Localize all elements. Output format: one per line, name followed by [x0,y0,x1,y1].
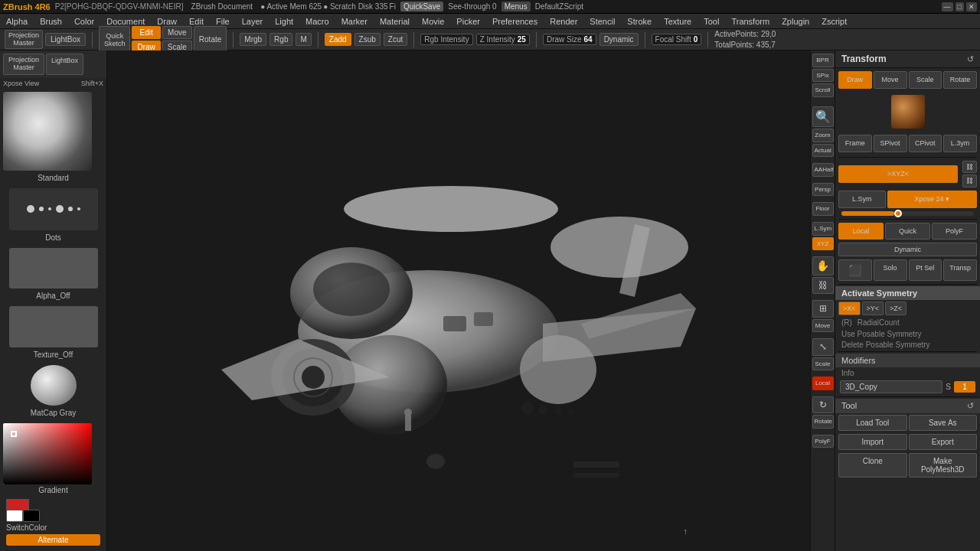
quick-sketch-button[interactable]: QuickSketch [99,26,131,54]
cpivot-btn[interactable]: CPivot [909,135,942,152]
lb-btn[interactable]: LightBox [46,54,83,75]
xpose-slider-container[interactable] [835,210,980,217]
local-toolbar-button[interactable]: Local [812,377,834,390]
spix-button[interactable]: SPix [812,69,834,83]
polyf-icon[interactable]: PolyF [812,435,834,448]
scale-icon[interactable]: ⤡ [812,338,834,355]
import-btn[interactable]: Import [838,434,907,450]
aaHalf-button[interactable]: AAHalf [812,163,834,177]
draw-size-box[interactable]: Draw Size 64 [543,34,596,45]
zsub-button[interactable]: Zsub [354,33,381,46]
zcut-button[interactable]: Zcut [384,33,407,46]
canvas-area[interactable]: ↑ [107,51,810,551]
zoom-label[interactable]: Zoom [812,129,834,142]
bpr-button[interactable]: BPR [812,54,834,67]
modifiers-header[interactable]: Modifiers [835,354,980,367]
menu-transform[interactable]: Transform [728,15,773,28]
mrgb-button[interactable]: Mrgb [240,33,266,46]
menu-marker[interactable]: Marker [338,15,371,28]
color-gradient-box[interactable] [3,423,92,484]
xyz-btn[interactable]: >XYZ< [838,165,958,183]
standard-brush-thumb[interactable] [3,92,92,171]
menu-alpha[interactable]: Alpha [3,15,31,28]
3d-copy-value[interactable]: 1 [954,381,975,393]
draw-mode-btn[interactable]: Draw [838,71,872,89]
menus-button[interactable]: Menus [501,2,531,11]
swatch-white[interactable] [6,510,23,522]
polyf-btn[interactable]: PolyF [932,223,977,240]
xpose-btn[interactable]: Xpose 24 ▾ [887,191,977,208]
minimize-button[interactable]: — [942,2,953,11]
rgb-button[interactable]: Rgb [270,33,292,46]
rotate-mode-btn[interactable]: Rotate [943,71,977,89]
dots-thumb[interactable] [9,188,98,230]
sym-y-btn[interactable]: >Y< [862,302,884,315]
use-posable-symmetry[interactable]: Use Posable Symmetry [835,328,980,340]
dynamic-button[interactable]: Dynamic [599,33,639,46]
move-icon[interactable]: Move [812,319,834,333]
rotate-button[interactable]: Rotate [194,26,227,54]
make-polymesh3d-btn[interactable]: Make PolyMesh3D [909,453,978,478]
menu-layer[interactable]: Layer [239,15,266,28]
alternate-button[interactable]: Alternate [6,534,100,546]
lsym-toolbar-button[interactable]: L.Sym [812,222,834,236]
frame-icon[interactable]: ⊞ [812,300,834,317]
tool-header[interactable]: Tool ↺ [835,399,980,413]
menu-texture[interactable]: Texture [661,15,694,28]
move-button[interactable]: Move [162,26,192,39]
proj-master-btn[interactable]: ProjectionMaster [3,54,44,75]
move-mode-btn[interactable]: Move [874,71,907,89]
tool-thumbnail[interactable] [891,95,925,129]
3d-copy-btn[interactable]: 3D_Copy [840,380,942,393]
menu-tool[interactable]: Tool [701,15,722,28]
rotate-icon[interactable]: ↻ [812,396,834,413]
tool-reset-icon[interactable]: ↺ [967,401,974,411]
activate-symmetry-header[interactable]: Activate Symmetry [835,286,980,300]
pt-sel-btn[interactable]: Pt Sel [909,259,942,281]
clone-btn[interactable]: Clone [838,453,907,478]
menu-macro[interactable]: Macro [302,15,332,28]
projection-master-button[interactable]: ProjectionMaster [5,30,43,50]
edit-button[interactable]: Edit [132,26,160,39]
chain-bottom[interactable]: ⛓ [962,174,977,187]
export-btn[interactable]: Export [909,434,978,450]
lsym-rp-btn[interactable]: L.Sym [838,191,886,208]
texture-thumb[interactable] [9,306,98,347]
rgb-intensity-box[interactable]: Rgb Intensity [420,34,472,45]
transp-btn[interactable]: Transp [943,259,977,281]
frame-btn[interactable]: Frame [838,135,872,152]
dynamic-btn[interactable]: Dynamic [838,243,977,256]
matcap-thumb[interactable] [31,365,77,406]
chain-icon[interactable]: ⛓ [812,277,834,294]
lightbox-button[interactable]: LightBox [45,33,86,46]
persp-button[interactable]: Persp [812,183,834,197]
delete-posable-symmetry[interactable]: Delete Posable Symmetry [835,340,980,350]
save-as-btn[interactable]: Save As [909,415,978,431]
focal-shift-box[interactable]: Focal Shift 0 [652,34,702,45]
close-button[interactable]: ✕ [966,2,977,11]
sym-x-btn[interactable]: >X< [838,302,861,315]
menu-color[interactable]: Color [71,15,97,28]
swatch-black[interactable] [23,510,40,522]
scale-label[interactable]: Scale [812,357,834,371]
local-btn[interactable]: Local [838,223,884,240]
spivot-btn[interactable]: SPivot [874,135,907,152]
solo-btn[interactable]: Solo [874,259,907,281]
xpose-view-label[interactable]: Xpose View [3,80,39,87]
zoom-button[interactable]: 🔍 [812,106,834,127]
quicksave-button[interactable]: QuickSave [400,2,443,11]
menu-stencil[interactable]: Stencil [586,15,618,28]
scroll-button[interactable]: Scroll [812,83,834,97]
menu-picker[interactable]: Picker [453,15,483,28]
menu-brush[interactable]: Brush [37,15,65,28]
menu-preferences[interactable]: Preferences [489,15,541,28]
hand-icon[interactable]: ✋ [812,256,834,276]
chain-top[interactable]: ⛓ [962,161,977,174]
actual-button[interactable]: Actual [812,144,834,158]
alpha-thumb[interactable] [9,248,98,289]
menu-material[interactable]: Material [377,15,413,28]
menu-zplugin[interactable]: Zplugin [779,15,812,28]
transform-reset-icon[interactable]: ↺ [967,54,974,64]
menu-light[interactable]: Light [272,15,296,28]
load-tool-btn[interactable]: Load Tool [838,415,907,431]
